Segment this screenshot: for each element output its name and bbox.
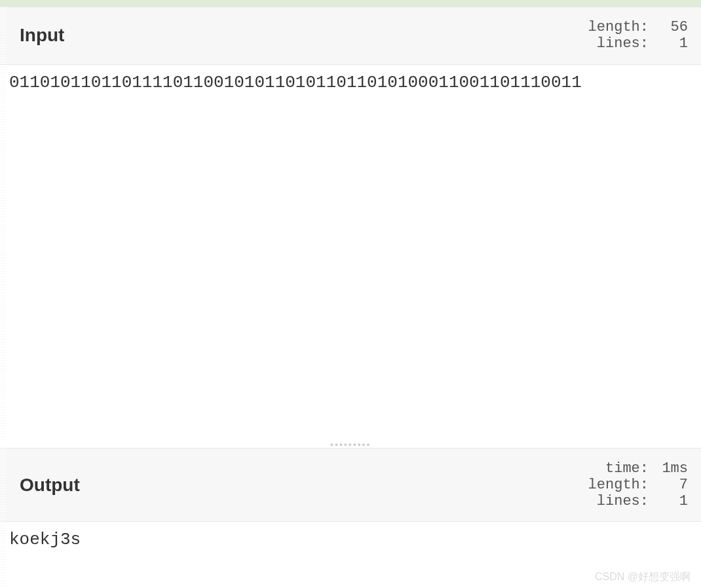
input-lines-row: lines: 1 (583, 35, 688, 52)
output-time-label: time: (583, 460, 649, 477)
input-header: Input length: 56 lines: 1 (0, 7, 701, 65)
panel-splitter[interactable]: ●●●●●●●●● (0, 441, 701, 448)
output-title: Output (20, 475, 80, 496)
input-panel: Input length: 56 lines: 1 01101011011011… (0, 7, 701, 441)
input-length-value: 56 (649, 19, 688, 35)
output-length-value: 7 (649, 477, 688, 493)
input-lines-value: 1 (649, 35, 688, 52)
output-lines-row: lines: 1 (583, 493, 688, 509)
output-panel: Output time: 1ms length: 7 lines: 1 koek… (0, 448, 701, 558)
input-length-label: length: (583, 19, 649, 35)
input-stats: length: 56 lines: 1 (583, 19, 688, 52)
watermark-text: CSDN @好想变强啊 (595, 570, 691, 584)
input-textarea[interactable]: 0110101101101111011001010110101101101010… (0, 65, 701, 441)
output-lines-label: lines: (583, 493, 649, 509)
top-accent-bar (0, 0, 701, 7)
output-length-row: length: 7 (583, 477, 688, 493)
output-lines-value: 1 (649, 493, 688, 509)
output-length-label: length: (583, 477, 649, 493)
input-lines-label: lines: (583, 35, 649, 52)
splitter-handle-icon: ●●●●●●●●● (330, 441, 371, 448)
output-header: Output time: 1ms length: 7 lines: 1 (0, 448, 701, 523)
output-textarea[interactable]: koekj3s (0, 522, 701, 557)
output-time-row: time: 1ms (583, 460, 688, 477)
input-title: Input (20, 25, 64, 46)
output-time-value: 1ms (649, 460, 688, 477)
input-length-row: length: 56 (583, 19, 688, 35)
output-stats: time: 1ms length: 7 lines: 1 (583, 460, 688, 510)
